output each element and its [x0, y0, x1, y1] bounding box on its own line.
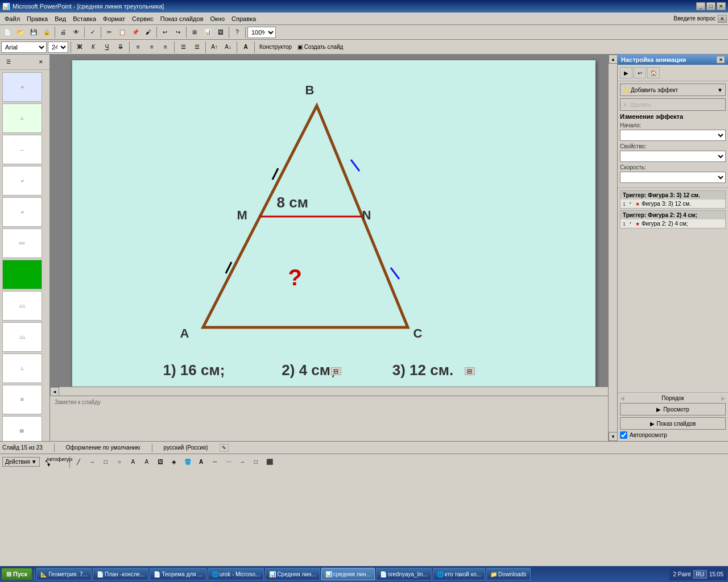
underline-button[interactable]: Ч: [101, 41, 113, 53]
preview-button[interactable]: ▶ Просмотр: [620, 403, 726, 415]
menu-help[interactable]: Справка: [228, 14, 259, 23]
arrow-style-btn[interactable]: →: [236, 456, 249, 468]
font-color-btn[interactable]: A: [195, 456, 208, 468]
line-color-btn[interactable]: ─: [209, 456, 221, 468]
font-size-select[interactable]: 24: [48, 41, 68, 53]
format-painter[interactable]: 🖌: [142, 26, 155, 39]
taskbar-item-0[interactable]: 📐 Геометрия. 7...: [36, 568, 92, 580]
menu-edit[interactable]: Правка: [23, 14, 51, 23]
slide-thumb-12[interactable]: ⊞: [2, 385, 42, 414]
slideshow-button[interactable]: ▶ Показ слайдов: [620, 417, 726, 430]
panel-close-button[interactable]: ✕: [718, 15, 727, 23]
slide-thumb-2[interactable]: ⊿: [2, 72, 42, 102]
clip-btn[interactable]: 🖼: [154, 456, 167, 468]
close-button[interactable]: ✕: [717, 2, 726, 10]
rect-btn[interactable]: □: [100, 456, 112, 468]
taskbar-item-5[interactable]: 📊 средняя лин...: [321, 568, 375, 580]
slide-thumb-3[interactable]: △: [2, 103, 42, 133]
strikethrough-button[interactable]: S: [114, 41, 127, 53]
slide-thumb-8[interactable]: [2, 260, 42, 289]
font-color[interactable]: A: [239, 41, 252, 53]
autopreview-checkbox[interactable]: [620, 431, 627, 439]
menu-tools[interactable]: Сервис: [129, 14, 157, 23]
menu-insert[interactable]: Вставка: [69, 14, 100, 23]
taskbar-item-3[interactable]: 🌐 urok - Microso...: [208, 568, 264, 580]
menu-file[interactable]: Файл: [1, 14, 23, 23]
zoom-select[interactable]: 100%: [247, 27, 276, 38]
bold-button[interactable]: Ж: [73, 41, 86, 53]
anim-icon-back[interactable]: ↩: [634, 67, 646, 78]
print-button[interactable]: 🖨: [57, 26, 69, 39]
help-button[interactable]: ?: [231, 26, 243, 39]
align-right[interactable]: ≡: [159, 41, 172, 53]
menu-slideshow[interactable]: Показ слайдов: [157, 14, 207, 23]
3d-btn[interactable]: ⬛: [263, 456, 276, 468]
line-btn[interactable]: ╱: [72, 456, 85, 468]
save-button[interactable]: 💾: [27, 26, 40, 39]
taskbar-item-6[interactable]: 📄 srednyaya_lin...: [376, 568, 432, 580]
align-left[interactable]: ≡: [132, 41, 144, 53]
scroll-left-button[interactable]: ◄: [50, 387, 59, 396]
start-select[interactable]: [620, 130, 726, 141]
language-button[interactable]: ✎: [220, 444, 229, 452]
redo-button[interactable]: ↪: [172, 26, 184, 39]
cut-button[interactable]: ✂: [103, 26, 115, 39]
speed-select[interactable]: [620, 172, 726, 183]
insert-chart[interactable]: 📊: [201, 26, 214, 39]
answer-icon-3[interactable]: ⊟: [465, 367, 475, 375]
tray-lang[interactable]: RU: [693, 570, 707, 579]
taskbar-item-4[interactable]: 📊 Средняя лин...: [265, 568, 320, 580]
slide-thumb-7[interactable]: ≡≡≡: [2, 228, 42, 258]
panel-close-icon[interactable]: ✕: [35, 56, 47, 68]
anim-icon-play[interactable]: ▶: [620, 67, 632, 78]
maximize-button[interactable]: □: [706, 2, 715, 10]
anim-icon-home[interactable]: 🏠: [647, 67, 660, 78]
insert-picture[interactable]: 🖼: [214, 26, 227, 39]
panel-menu-icon[interactable]: ☰: [2, 56, 15, 68]
paste-button[interactable]: 📌: [129, 26, 142, 39]
insert-table[interactable]: ⊞: [188, 26, 201, 39]
slide-thumb-4[interactable]: ---: [2, 135, 42, 164]
slide-thumb-11[interactable]: △: [2, 354, 42, 383]
taskbar-item-7[interactable]: 🌐 кто такой ко...: [433, 568, 485, 580]
align-center[interactable]: ≡: [146, 41, 158, 53]
autoshapes-btn[interactable]: Автофигуры ▼: [55, 456, 67, 468]
open-button[interactable]: 📂: [14, 26, 27, 39]
numbering-button[interactable]: ☰: [191, 41, 203, 53]
diagram-btn[interactable]: ◈: [168, 456, 180, 468]
permission-button[interactable]: 🔒: [40, 26, 53, 39]
new-button[interactable]: 📄: [1, 26, 14, 39]
arrow-btn[interactable]: →: [86, 456, 98, 468]
taskbar-item-1[interactable]: 📄 План -консле...: [93, 568, 149, 580]
minimize-button[interactable]: _: [696, 2, 705, 10]
font-select[interactable]: Arial: [1, 41, 47, 53]
undo-button[interactable]: ↩: [159, 26, 171, 39]
vertical-scrollbar[interactable]: ▲ ▼: [608, 55, 617, 386]
increase-font[interactable]: A↑: [208, 41, 221, 53]
decrease-font[interactable]: A↓: [222, 41, 234, 53]
slide-thumb-6[interactable]: ⊿: [2, 197, 42, 227]
shadow-btn[interactable]: □: [250, 456, 262, 468]
text-btn[interactable]: A: [127, 456, 139, 468]
scroll-up-button[interactable]: ▲: [609, 55, 617, 64]
taskbar-item-2[interactable]: 📄 Теорема для ...: [150, 568, 206, 580]
slide-thumb-5[interactable]: ⊿: [2, 166, 42, 196]
actions-menu[interactable]: Действия ▼: [2, 457, 40, 467]
menu-view[interactable]: Вид: [51, 14, 69, 23]
preview-button[interactable]: 👁: [70, 26, 82, 39]
wordart-btn[interactable]: A: [140, 456, 153, 468]
dash-style-btn[interactable]: ⋯: [222, 456, 235, 468]
fill-color-btn[interactable]: 🪣: [181, 456, 194, 468]
delete-button[interactable]: ✕ Удалить: [620, 98, 726, 111]
bullets-button[interactable]: ☰: [177, 41, 189, 53]
answer-icon-2[interactable]: ⊟: [331, 367, 341, 375]
spell-button[interactable]: ✓: [86, 26, 99, 39]
italic-button[interactable]: К: [87, 41, 100, 53]
slide-thumb-9[interactable]: △△: [2, 291, 42, 321]
slide-thumb-13[interactable]: 🖼: [2, 416, 42, 441]
menu-format[interactable]: Формат: [100, 14, 129, 23]
add-effect-button[interactable]: ✨ Добавить эффект ▼: [620, 84, 726, 96]
property-select[interactable]: [620, 151, 726, 162]
copy-button[interactable]: 📋: [116, 26, 129, 39]
ellipse-btn[interactable]: ○: [113, 456, 126, 468]
